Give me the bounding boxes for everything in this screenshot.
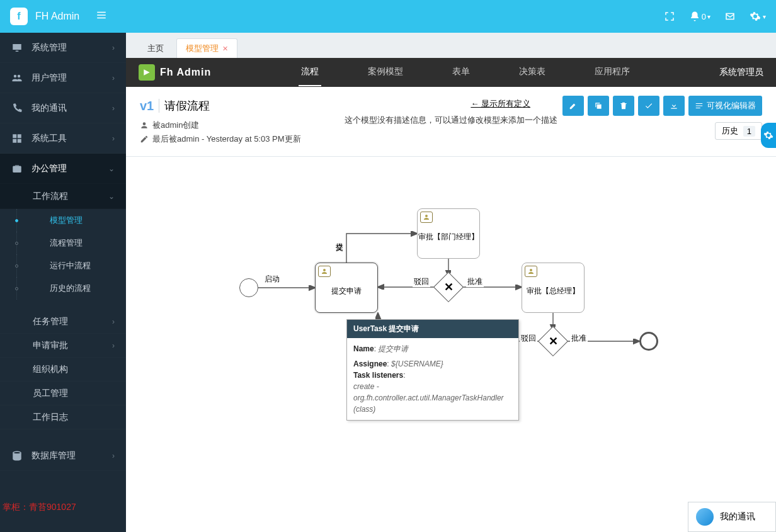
tooltip-listeners-label: Task listeners <box>353 371 403 380</box>
app-logo: Fh Admin <box>139 64 211 81</box>
menu-toggle-icon[interactable] <box>96 9 107 24</box>
edge-label-approve1: 批准 <box>466 276 484 287</box>
model-title: 请假流程 <box>164 98 210 113</box>
tooltip-name-label: Name <box>353 344 374 353</box>
sidebar-item-tools[interactable]: 系统工具› <box>0 123 126 154</box>
task-dept-manager[interactable]: 审批【部门经理】 <box>417 208 480 259</box>
settings-menu[interactable]: ▾ <box>750 11 766 22</box>
task-label: 审批【部门经理】 <box>418 232 479 242</box>
task-label: 提交申请 <box>316 286 377 297</box>
app-tab-decision[interactable]: 决策表 <box>516 59 548 86</box>
grid-icon <box>11 133 23 144</box>
task-tooltip: UserTask 提交申请 Name: 提交申请 Assignee: ${USE… <box>346 319 519 421</box>
sidebar-sub-model-mgmt[interactable]: 模型管理 <box>16 209 126 232</box>
sidebar-sub-staff[interactable]: 员工管理 <box>0 382 126 405</box>
app-logo-icon <box>139 64 155 81</box>
sidebar-item-label: 办公管理 <box>31 163 100 174</box>
app-tabs: 流程 案例模型 表单 决策表 应用程序 <box>211 59 719 86</box>
tab-home[interactable]: 主页 <box>139 39 173 58</box>
start-event[interactable] <box>239 278 258 297</box>
sidebar-item-label: 工作日志 <box>33 412 115 423</box>
sidebar-sub-log[interactable]: 工作日志 <box>0 405 126 429</box>
sidebar-item-users[interactable]: 用户管理› <box>0 63 126 93</box>
user-task-icon <box>420 212 433 223</box>
sidebar-item-contacts[interactable]: 我的通讯› <box>0 93 126 123</box>
fullscreen-icon[interactable] <box>664 11 675 22</box>
history-count: 1 <box>743 126 755 137</box>
deploy-button[interactable] <box>638 96 659 116</box>
model-version: v1 <box>140 99 154 113</box>
sidebar-item-label: 工作流程 <box>33 191 100 202</box>
sidebar-item-database[interactable]: 数据库管理› <box>0 441 126 471</box>
sidebar-sub-tasks[interactable]: 任务管理› <box>0 310 126 334</box>
app-user-label[interactable]: 系统管理员 <box>719 67 763 78</box>
app-bar: Fh Admin 流程 案例模型 表单 决策表 应用程序 系统管理员 <box>126 58 776 87</box>
sidebar: 系统管理› 用户管理› 我的通讯› 系统工具› 办公管理⌄ 工作流程⌄ 模型管理… <box>0 33 126 532</box>
mail-icon[interactable] <box>724 11 736 22</box>
app-tab-process[interactable]: 流程 <box>299 59 321 86</box>
history-badge[interactable]: 历史1 <box>715 122 762 140</box>
end-event[interactable] <box>639 332 658 351</box>
duplicate-button[interactable] <box>588 96 609 116</box>
delete-button[interactable] <box>613 96 634 116</box>
monitor-icon <box>11 42 23 54</box>
gear-icon <box>750 11 761 22</box>
sidebar-sub-apply[interactable]: 申请审批› <box>0 334 126 358</box>
task-submit[interactable]: 提交申请 <box>315 263 378 313</box>
show-all-link[interactable]: ← 显示所有定义 <box>471 98 530 110</box>
sidebar-item-label: 流程管理 <box>50 237 83 249</box>
topbar-right: 0 ▾ ▾ <box>664 11 766 22</box>
user-icon <box>140 121 149 130</box>
task-general-manager[interactable]: 审批【总经理】 <box>522 263 585 313</box>
notification-button[interactable]: 0 ▾ <box>689 11 710 22</box>
users-icon <box>11 72 23 84</box>
contact-widget[interactable]: 我的通讯 <box>688 502 776 532</box>
task-label: 审批【总经理】 <box>522 286 584 297</box>
sidebar-item-system[interactable]: 系统管理› <box>0 33 126 63</box>
app-tab-form[interactable]: 表单 <box>450 59 472 86</box>
sidebar-footer-text: 掌柜：青苔901027 <box>0 502 126 513</box>
tab-label: 主页 <box>147 43 164 53</box>
sidebar-item-label: 员工管理 <box>33 388 115 399</box>
topbar-left: f FH Admin <box>10 8 107 25</box>
visual-editor-button[interactable]: 可视化编辑器 <box>688 96 762 116</box>
editor-icon <box>695 101 704 110</box>
sidebar-item-label: 我的通讯 <box>31 103 103 114</box>
download-button[interactable] <box>663 96 685 116</box>
sidebar-sub-org[interactable]: 组织机构 <box>0 358 126 382</box>
model-description: 这个模型没有描述信息，可以通过修改模型来添加一个描述 <box>345 115 557 126</box>
tooltip-assignee-value: ${USERNAME} <box>391 359 443 368</box>
side-settings-tab[interactable] <box>761 123 776 148</box>
sidebar-sub-running[interactable]: 运行中流程 <box>16 254 126 277</box>
sidebar-sub-workflow[interactable]: 工作流程⌄ <box>0 184 126 209</box>
sidebar-sub-process-mgmt[interactable]: 流程管理 <box>16 232 126 254</box>
tooltip-header: UserTask 提交申请 <box>347 320 518 338</box>
model-detail-header: v1 请假流程 被admin创建 最后被admin - Yesterday at… <box>126 87 776 157</box>
start-label: 启动 <box>263 274 281 285</box>
app-tab-app[interactable]: 应用程序 <box>592 59 632 86</box>
sidebar-item-label: 系统工具 <box>31 133 103 144</box>
avatar <box>696 508 714 526</box>
sidebar-sub-history[interactable]: 历史的流程 <box>16 277 126 300</box>
sidebar-item-label: 数据库管理 <box>31 450 103 461</box>
tab-model-mgmt[interactable]: 模型管理✕ <box>176 38 237 58</box>
tooltip-name-value: 提交申请 <box>378 344 408 353</box>
app-logo-text: Fh Admin <box>160 67 211 78</box>
sidebar-item-label: 组织机构 <box>33 364 115 375</box>
sidebar-item-label: 申请审批 <box>33 340 103 351</box>
brand-name: FH Admin <box>35 11 79 22</box>
page-tabs: 主页 模型管理✕ <box>126 33 776 58</box>
pencil-icon <box>140 135 149 144</box>
tab-close-icon[interactable]: ✕ <box>222 45 228 52</box>
sidebar-item-office[interactable]: 办公管理⌄ <box>0 154 126 184</box>
trash-icon <box>619 101 628 110</box>
user-task-icon <box>318 266 331 277</box>
bell-icon <box>689 11 700 22</box>
process-canvas[interactable]: 启动 提交申请 提交 审批【部门经理】 ✕ 驳回 批准 审批【总经理】 ✕ 驳回… <box>126 157 776 532</box>
history-label: 历史 <box>722 125 738 137</box>
edit-button[interactable] <box>562 96 584 116</box>
notification-count: 0 <box>702 12 706 21</box>
app-tab-case[interactable]: 案例模型 <box>365 59 406 86</box>
action-buttons: 可视化编辑器 <box>562 96 762 116</box>
tab-label: 模型管理 <box>186 43 219 53</box>
